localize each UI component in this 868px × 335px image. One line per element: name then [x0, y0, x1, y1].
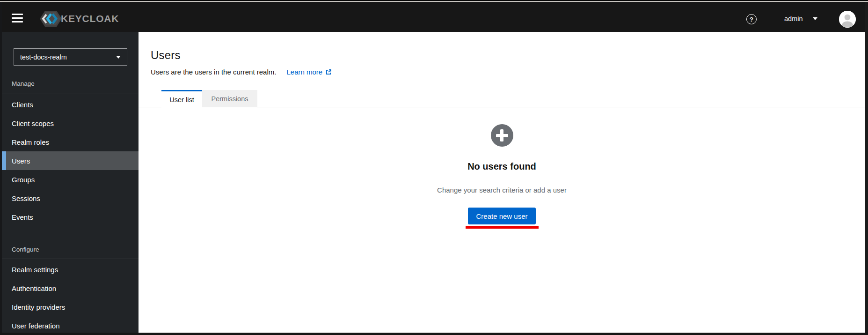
divider [0, 94, 139, 94]
masthead: KEYCLOAK ? admin [0, 2, 868, 32]
empty-state-description: Change your search criteria or add a use… [437, 186, 567, 194]
sidebar-item-identity-providers[interactable]: Identity providers [0, 298, 139, 316]
sidebar-item-user-federation[interactable]: User federation [0, 316, 139, 335]
sidebar-item-label: User federation [12, 322, 60, 330]
avatar[interactable] [839, 11, 856, 28]
nav-toggle-hamburger-icon[interactable] [12, 14, 23, 22]
red-underline-annotation [466, 226, 539, 229]
sidebar-item-label: Events [12, 213, 33, 221]
nav-section-configure: Configure [12, 245, 124, 254]
sidebar-item-label: Authentication [12, 284, 56, 292]
learn-more-label: Learn more [286, 68, 322, 76]
window-left-edge [0, 2, 2, 335]
keycloak-emblem-icon [39, 10, 63, 28]
sidebar-item-label: Groups [12, 176, 35, 184]
sidebar-item-client-scopes[interactable]: Client scopes [0, 114, 139, 133]
help-icon[interactable]: ? [746, 14, 757, 24]
sidebar-item-label: Realm settings [12, 266, 58, 274]
sidebar-item-label: Identity providers [12, 303, 65, 311]
empty-state-heading: No users found [467, 161, 536, 172]
sidebar-item-realm-settings[interactable]: Realm settings [0, 260, 139, 279]
divider [0, 259, 139, 259]
window-right-edge [865, 2, 868, 335]
sidebar-item-users[interactable]: Users [2, 151, 139, 170]
chevron-down-icon[interactable] [813, 17, 817, 20]
main-content: Users Users are the users in the current… [139, 32, 865, 333]
external-link-icon [325, 69, 332, 75]
page-subtitle: Users are the users in the current realm… [151, 68, 276, 76]
tab-label: User list [169, 96, 194, 104]
realm-selector-value: test-docs-realm [20, 53, 67, 61]
tab-user-list[interactable]: User list [161, 90, 202, 108]
user-menu[interactable]: admin [784, 15, 803, 22]
sidebar-item-sessions[interactable]: Sessions [0, 189, 139, 208]
window-bottom-edge [0, 333, 868, 335]
learn-more-link[interactable]: Learn more [286, 68, 332, 76]
window-top-highlight [0, 1, 868, 2]
create-new-user-button[interactable]: Create new user [468, 208, 535, 224]
nav-section-manage: Manage [12, 79, 124, 89]
sidebar-item-groups[interactable]: Groups [0, 170, 139, 189]
tab-strip: User list Permissions [139, 90, 865, 107]
keycloak-logo[interactable]: KEYCLOAK [39, 10, 119, 28]
add-circle-icon [491, 124, 513, 147]
page-title: Users [151, 49, 181, 62]
sidebar-item-events[interactable]: Events [0, 208, 139, 226]
sidebar-item-realm-roles[interactable]: Realm roles [0, 133, 139, 151]
sidebar-item-label: Users [12, 157, 30, 165]
sidebar-item-clients[interactable]: Clients [0, 95, 139, 114]
sidebar-item-label: Realm roles [12, 138, 49, 146]
tab-label: Permissions [212, 95, 248, 103]
sidebar: test-docs-realm Manage Clients Client sc… [0, 32, 139, 333]
sidebar-item-label: Sessions [12, 194, 40, 202]
realm-selector[interactable]: test-docs-realm [14, 48, 127, 66]
sidebar-item-label: Clients [12, 101, 33, 109]
empty-state: No users found Change your search criter… [139, 124, 865, 229]
tab-permissions[interactable]: Permissions [202, 90, 257, 107]
keycloak-logo-text: KEYCLOAK [61, 13, 119, 24]
chevron-down-icon [116, 56, 121, 59]
sidebar-item-authentication[interactable]: Authentication [0, 279, 139, 298]
sidebar-item-label: Client scopes [12, 119, 54, 127]
